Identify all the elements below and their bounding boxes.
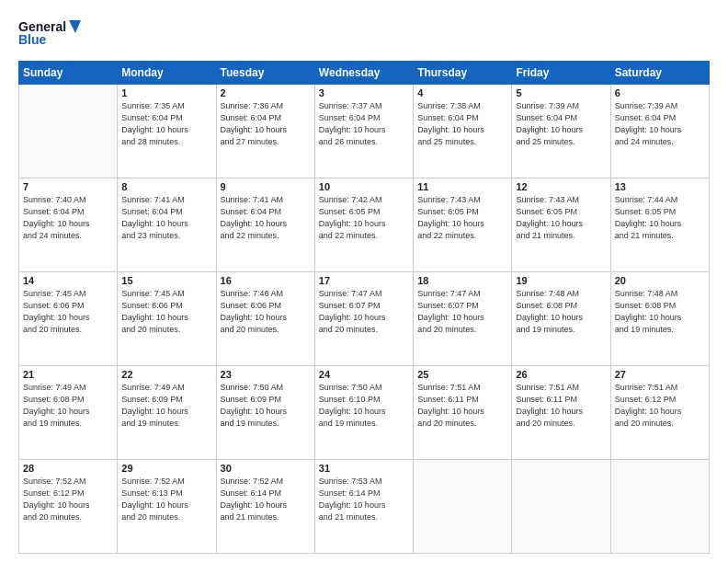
day-info: Sunrise: 7:45 AMSunset: 6:06 PMDaylight:… bbox=[121, 288, 211, 336]
calendar-cell: 6Sunrise: 7:39 AMSunset: 6:04 PMDaylight… bbox=[610, 85, 709, 178]
day-info: Sunrise: 7:45 AMSunset: 6:06 PMDaylight:… bbox=[23, 288, 113, 336]
day-info: Sunrise: 7:50 AMSunset: 6:10 PMDaylight:… bbox=[319, 382, 409, 430]
weekday-wednesday: Wednesday bbox=[314, 62, 413, 85]
day-number: 30 bbox=[221, 463, 311, 474]
day-info: Sunrise: 7:40 AMSunset: 6:04 PMDaylight:… bbox=[23, 194, 113, 242]
day-number: 29 bbox=[121, 463, 211, 474]
day-info: Sunrise: 7:37 AMSunset: 6:04 PMDaylight:… bbox=[319, 100, 409, 148]
calendar-cell: 16Sunrise: 7:46 AMSunset: 6:06 PMDayligh… bbox=[216, 272, 314, 366]
calendar-cell: 30Sunrise: 7:52 AMSunset: 6:14 PMDayligh… bbox=[216, 460, 314, 554]
day-info: Sunrise: 7:48 AMSunset: 6:08 PMDaylight:… bbox=[615, 288, 705, 336]
day-info: Sunrise: 7:47 AMSunset: 6:07 PMDaylight:… bbox=[319, 288, 409, 336]
calendar-cell: 20Sunrise: 7:48 AMSunset: 6:08 PMDayligh… bbox=[610, 272, 709, 366]
day-info: Sunrise: 7:39 AMSunset: 6:04 PMDaylight:… bbox=[516, 100, 606, 148]
day-number: 10 bbox=[319, 181, 409, 192]
day-number: 4 bbox=[417, 87, 507, 98]
week-row-5: 28Sunrise: 7:52 AMSunset: 6:12 PMDayligh… bbox=[19, 460, 710, 554]
svg-marker-2 bbox=[69, 20, 81, 33]
day-number: 18 bbox=[417, 275, 507, 286]
day-info: Sunrise: 7:43 AMSunset: 6:05 PMDaylight:… bbox=[417, 194, 507, 242]
calendar-cell: 4Sunrise: 7:38 AMSunset: 6:04 PMDaylight… bbox=[414, 85, 512, 178]
calendar-cell: 2Sunrise: 7:36 AMSunset: 6:04 PMDaylight… bbox=[216, 85, 314, 178]
day-info: Sunrise: 7:43 AMSunset: 6:05 PMDaylight:… bbox=[516, 194, 606, 242]
calendar-cell: 25Sunrise: 7:51 AMSunset: 6:11 PMDayligh… bbox=[414, 366, 512, 460]
day-info: Sunrise: 7:51 AMSunset: 6:11 PMDaylight:… bbox=[516, 382, 606, 430]
weekday-thursday: Thursday bbox=[414, 62, 512, 85]
calendar-cell: 27Sunrise: 7:51 AMSunset: 6:12 PMDayligh… bbox=[610, 366, 709, 460]
day-number: 14 bbox=[23, 275, 113, 286]
day-info: Sunrise: 7:38 AMSunset: 6:04 PMDaylight:… bbox=[417, 100, 507, 148]
day-number: 13 bbox=[615, 181, 705, 192]
day-number: 11 bbox=[417, 181, 507, 192]
calendar-cell: 31Sunrise: 7:53 AMSunset: 6:14 PMDayligh… bbox=[314, 460, 413, 554]
weekday-header-row: SundayMondayTuesdayWednesdayThursdayFrid… bbox=[19, 62, 710, 85]
day-number: 8 bbox=[121, 181, 211, 192]
weekday-saturday: Saturday bbox=[610, 62, 709, 85]
calendar-cell: 24Sunrise: 7:50 AMSunset: 6:10 PMDayligh… bbox=[314, 366, 413, 460]
day-info: Sunrise: 7:42 AMSunset: 6:05 PMDaylight:… bbox=[319, 194, 409, 242]
calendar-cell: 3Sunrise: 7:37 AMSunset: 6:04 PMDaylight… bbox=[314, 85, 413, 178]
day-number: 25 bbox=[417, 369, 507, 380]
day-number: 7 bbox=[23, 181, 113, 192]
calendar-cell: 21Sunrise: 7:49 AMSunset: 6:08 PMDayligh… bbox=[19, 366, 118, 460]
day-info: Sunrise: 7:49 AMSunset: 6:08 PMDaylight:… bbox=[23, 382, 113, 430]
calendar-cell: 15Sunrise: 7:45 AMSunset: 6:06 PMDayligh… bbox=[118, 272, 216, 366]
day-info: Sunrise: 7:50 AMSunset: 6:09 PMDaylight:… bbox=[221, 382, 311, 430]
day-number: 16 bbox=[221, 275, 311, 286]
day-info: Sunrise: 7:41 AMSunset: 6:04 PMDaylight:… bbox=[121, 194, 211, 242]
day-number: 15 bbox=[121, 275, 211, 286]
logo-svg: GeneralBlue bbox=[18, 17, 83, 52]
svg-text:Blue: Blue bbox=[18, 32, 47, 47]
calendar-cell bbox=[610, 460, 709, 554]
day-number: 22 bbox=[121, 369, 211, 380]
calendar-cell bbox=[414, 460, 512, 554]
day-number: 6 bbox=[615, 87, 705, 98]
calendar-cell: 26Sunrise: 7:51 AMSunset: 6:11 PMDayligh… bbox=[512, 366, 610, 460]
day-info: Sunrise: 7:52 AMSunset: 6:13 PMDaylight:… bbox=[121, 476, 211, 523]
calendar-cell bbox=[19, 85, 118, 178]
day-info: Sunrise: 7:51 AMSunset: 6:11 PMDaylight:… bbox=[417, 382, 507, 430]
day-info: Sunrise: 7:39 AMSunset: 6:04 PMDaylight:… bbox=[615, 100, 705, 148]
day-info: Sunrise: 7:51 AMSunset: 6:12 PMDaylight:… bbox=[615, 382, 705, 430]
calendar-cell: 1Sunrise: 7:35 AMSunset: 6:04 PMDaylight… bbox=[118, 85, 216, 178]
calendar-cell: 22Sunrise: 7:49 AMSunset: 6:09 PMDayligh… bbox=[118, 366, 216, 460]
day-number: 26 bbox=[516, 369, 606, 380]
calendar-cell: 23Sunrise: 7:50 AMSunset: 6:09 PMDayligh… bbox=[216, 366, 314, 460]
calendar-table: SundayMondayTuesdayWednesdayThursdayFrid… bbox=[18, 61, 710, 554]
day-info: Sunrise: 7:53 AMSunset: 6:14 PMDaylight:… bbox=[319, 476, 409, 523]
day-number: 20 bbox=[615, 275, 705, 286]
day-info: Sunrise: 7:52 AMSunset: 6:14 PMDaylight:… bbox=[221, 476, 311, 523]
day-number: 3 bbox=[319, 87, 409, 98]
logo: GeneralBlue bbox=[18, 17, 83, 52]
day-number: 31 bbox=[319, 463, 409, 474]
day-number: 9 bbox=[221, 181, 311, 192]
day-number: 5 bbox=[516, 87, 606, 98]
calendar-cell: 12Sunrise: 7:43 AMSunset: 6:05 PMDayligh… bbox=[512, 178, 610, 272]
calendar-cell: 13Sunrise: 7:44 AMSunset: 6:05 PMDayligh… bbox=[610, 178, 709, 272]
calendar-cell: 7Sunrise: 7:40 AMSunset: 6:04 PMDaylight… bbox=[19, 178, 118, 272]
calendar-cell: 18Sunrise: 7:47 AMSunset: 6:07 PMDayligh… bbox=[414, 272, 512, 366]
weekday-friday: Friday bbox=[512, 62, 610, 85]
week-row-2: 7Sunrise: 7:40 AMSunset: 6:04 PMDaylight… bbox=[19, 178, 710, 272]
day-info: Sunrise: 7:35 AMSunset: 6:04 PMDaylight:… bbox=[121, 100, 211, 148]
day-number: 23 bbox=[221, 369, 311, 380]
day-number: 27 bbox=[615, 369, 705, 380]
weekday-sunday: Sunday bbox=[19, 62, 118, 85]
day-info: Sunrise: 7:44 AMSunset: 6:05 PMDaylight:… bbox=[615, 194, 705, 242]
day-number: 2 bbox=[221, 87, 311, 98]
day-info: Sunrise: 7:49 AMSunset: 6:09 PMDaylight:… bbox=[121, 382, 211, 430]
day-number: 24 bbox=[319, 369, 409, 380]
page: GeneralBlue SundayMondayTuesdayWednesday… bbox=[0, 0, 728, 563]
calendar-cell: 9Sunrise: 7:41 AMSunset: 6:04 PMDaylight… bbox=[216, 178, 314, 272]
calendar-cell: 17Sunrise: 7:47 AMSunset: 6:07 PMDayligh… bbox=[314, 272, 413, 366]
header: GeneralBlue bbox=[18, 17, 710, 52]
calendar-cell: 14Sunrise: 7:45 AMSunset: 6:06 PMDayligh… bbox=[19, 272, 118, 366]
day-number: 12 bbox=[516, 181, 606, 192]
calendar-cell: 5Sunrise: 7:39 AMSunset: 6:04 PMDaylight… bbox=[512, 85, 610, 178]
day-info: Sunrise: 7:47 AMSunset: 6:07 PMDaylight:… bbox=[417, 288, 507, 336]
calendar-cell: 28Sunrise: 7:52 AMSunset: 6:12 PMDayligh… bbox=[19, 460, 118, 554]
week-row-1: 1Sunrise: 7:35 AMSunset: 6:04 PMDaylight… bbox=[19, 85, 710, 178]
calendar-cell: 10Sunrise: 7:42 AMSunset: 6:05 PMDayligh… bbox=[314, 178, 413, 272]
weekday-tuesday: Tuesday bbox=[216, 62, 314, 85]
day-info: Sunrise: 7:52 AMSunset: 6:12 PMDaylight:… bbox=[23, 476, 113, 523]
